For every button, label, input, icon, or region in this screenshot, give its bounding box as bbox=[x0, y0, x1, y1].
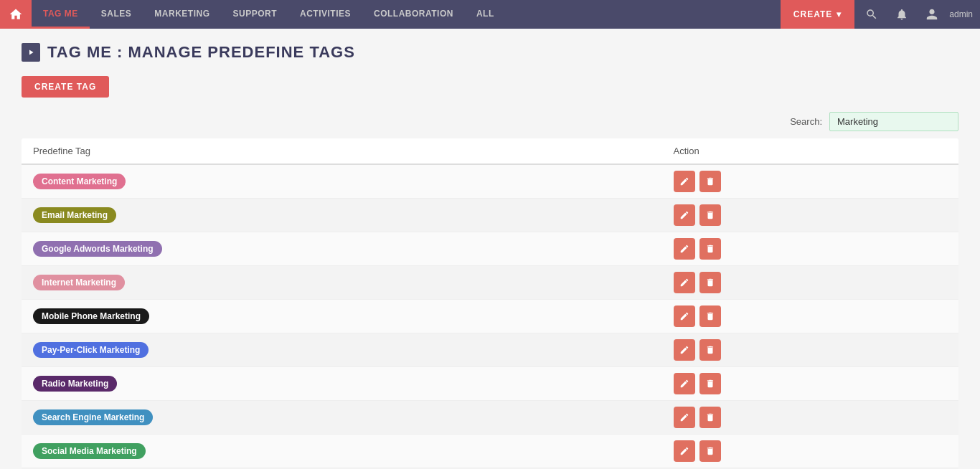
tag-badge: Content Marketing bbox=[33, 174, 126, 189]
search-row: Search: bbox=[22, 112, 958, 131]
delete-button[interactable] bbox=[699, 339, 721, 361]
delete-button[interactable] bbox=[699, 440, 721, 462]
nav-item-activities[interactable]: ACTIVITIES bbox=[288, 0, 362, 29]
action-cell bbox=[662, 266, 958, 300]
search-input[interactable] bbox=[829, 112, 958, 131]
trash-icon bbox=[705, 446, 715, 456]
action-cell bbox=[662, 199, 958, 232]
action-buttons bbox=[674, 238, 947, 260]
tag-cell: Pay-Per-Click Marketing bbox=[22, 333, 662, 367]
user-icon bbox=[925, 8, 938, 21]
action-cell bbox=[662, 300, 958, 333]
table-row: Radio Marketing bbox=[22, 367, 958, 401]
tags-table-container: Predefine Tag Action Content MarketingEm… bbox=[22, 138, 958, 469]
table-row: Search Engine Marketing bbox=[22, 401, 958, 435]
bell-icon bbox=[895, 8, 908, 21]
user-profile-button[interactable] bbox=[919, 1, 945, 27]
nav-item-collaboration[interactable]: COLLABORATION bbox=[362, 0, 465, 29]
edit-icon bbox=[679, 244, 689, 254]
edit-button[interactable] bbox=[674, 440, 695, 462]
chevron-down-icon: ▾ bbox=[837, 9, 842, 19]
page-header: TAG ME : MANAGE PREDEFINE TAGS bbox=[22, 43, 958, 62]
action-cell bbox=[662, 367, 958, 401]
edit-icon bbox=[679, 278, 689, 288]
edit-icon bbox=[679, 446, 689, 456]
action-buttons bbox=[674, 339, 947, 361]
edit-button[interactable] bbox=[674, 171, 695, 192]
navbar: TAG ME SALES MARKETING SUPPORT ACTIVITIE… bbox=[0, 0, 980, 29]
action-cell bbox=[662, 435, 958, 468]
nav-item-marketing[interactable]: MARKETING bbox=[143, 0, 221, 29]
edit-icon bbox=[679, 311, 689, 321]
nav-item-tagme[interactable]: TAG ME bbox=[32, 0, 90, 29]
edit-button[interactable] bbox=[674, 204, 695, 226]
tag-badge: Internet Marketing bbox=[33, 275, 125, 290]
table-row: Social Media Marketing bbox=[22, 435, 958, 468]
tag-badge: Google Adwords Marketing bbox=[33, 241, 162, 257]
home-button[interactable] bbox=[0, 0, 32, 29]
delete-button[interactable] bbox=[699, 272, 721, 293]
tag-badge: Search Engine Marketing bbox=[33, 409, 153, 425]
edit-button[interactable] bbox=[674, 339, 695, 361]
toggle-sidebar-button[interactable] bbox=[22, 43, 40, 62]
edit-button[interactable] bbox=[674, 238, 695, 260]
search-nav-button[interactable] bbox=[859, 1, 885, 27]
action-buttons bbox=[674, 373, 947, 394]
tag-cell: Content Marketing bbox=[22, 164, 662, 199]
trash-icon bbox=[705, 311, 715, 321]
tags-table: Predefine Tag Action Content MarketingEm… bbox=[22, 138, 958, 469]
col-action: Action bbox=[662, 138, 958, 164]
delete-button[interactable] bbox=[699, 171, 721, 192]
trash-icon bbox=[705, 176, 715, 186]
action-buttons bbox=[674, 272, 947, 293]
trash-icon bbox=[705, 379, 715, 389]
action-cell bbox=[662, 164, 958, 199]
tag-cell: Mobile Phone Marketing bbox=[22, 300, 662, 333]
table-header-row: Predefine Tag Action bbox=[22, 138, 958, 164]
delete-button[interactable] bbox=[699, 305, 721, 327]
tag-cell: Social Media Marketing bbox=[22, 435, 662, 468]
action-buttons bbox=[674, 407, 947, 428]
action-cell bbox=[662, 401, 958, 435]
nav-items: TAG ME SALES MARKETING SUPPORT ACTIVITIE… bbox=[32, 0, 781, 29]
notification-button[interactable] bbox=[889, 1, 915, 27]
tag-badge: Email Marketing bbox=[33, 207, 116, 223]
page-content: TAG ME : MANAGE PREDEFINE TAGS CREATE TA… bbox=[0, 29, 980, 469]
tag-cell: Internet Marketing bbox=[22, 266, 662, 300]
edit-button[interactable] bbox=[674, 373, 695, 394]
trash-icon bbox=[705, 244, 715, 254]
col-predefine-tag: Predefine Tag bbox=[22, 138, 662, 164]
tag-cell: Radio Marketing bbox=[22, 367, 662, 401]
nav-item-support[interactable]: SUPPORT bbox=[221, 0, 288, 29]
action-buttons bbox=[674, 204, 947, 226]
delete-button[interactable] bbox=[699, 204, 721, 226]
search-icon bbox=[865, 8, 878, 21]
edit-button[interactable] bbox=[674, 305, 695, 327]
delete-button[interactable] bbox=[699, 238, 721, 260]
nav-right: CREATE ▾ admin bbox=[781, 0, 980, 29]
edit-button[interactable] bbox=[674, 272, 695, 293]
table-row: Content Marketing bbox=[22, 164, 958, 199]
page-title: TAG ME : MANAGE PREDEFINE TAGS bbox=[47, 43, 355, 62]
table-row: Mobile Phone Marketing bbox=[22, 300, 958, 333]
edit-button[interactable] bbox=[674, 407, 695, 428]
create-tag-button[interactable]: CREATE TAG bbox=[22, 76, 109, 98]
edit-icon bbox=[679, 345, 689, 355]
table-row: Internet Marketing bbox=[22, 266, 958, 300]
nav-item-sales[interactable]: SALES bbox=[90, 0, 143, 29]
delete-button[interactable] bbox=[699, 407, 721, 428]
delete-button[interactable] bbox=[699, 373, 721, 394]
admin-label: admin bbox=[949, 9, 973, 19]
nav-item-all[interactable]: ALL bbox=[465, 0, 506, 29]
action-buttons bbox=[674, 440, 947, 462]
trash-icon bbox=[705, 412, 715, 422]
action-cell bbox=[662, 333, 958, 367]
action-buttons bbox=[674, 305, 947, 327]
action-cell bbox=[662, 232, 958, 266]
create-button[interactable]: CREATE ▾ bbox=[781, 0, 854, 29]
tag-cell: Google Adwords Marketing bbox=[22, 232, 662, 266]
edit-icon bbox=[679, 176, 689, 186]
table-row: Google Adwords Marketing bbox=[22, 232, 958, 266]
tag-badge: Social Media Marketing bbox=[33, 443, 146, 459]
home-icon bbox=[9, 7, 23, 22]
